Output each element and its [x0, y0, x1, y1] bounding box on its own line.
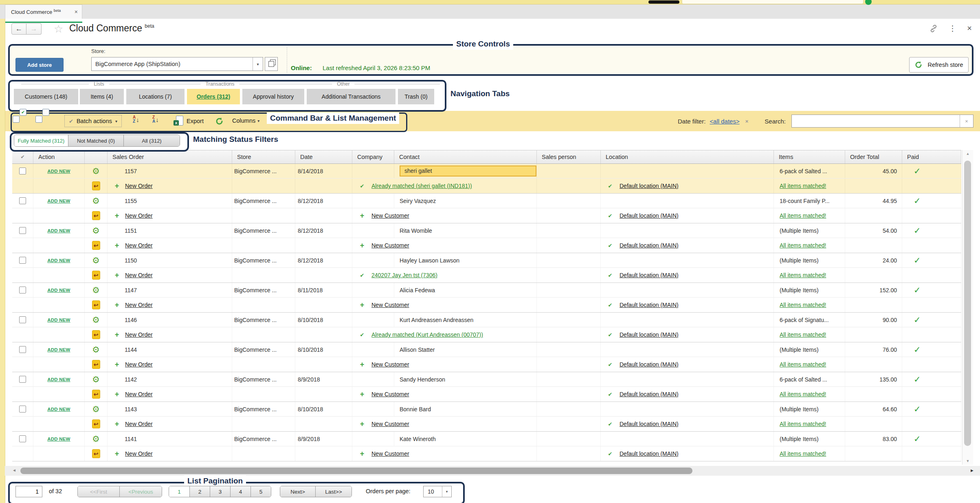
header-sales-person[interactable]: Sales person	[537, 150, 601, 163]
add-new-link[interactable]: ADD NEW	[47, 288, 70, 293]
add-new-link[interactable]: ADD NEW	[47, 407, 70, 412]
location-link[interactable]: Default location (MAIN)	[620, 421, 679, 427]
window-close-icon[interactable]: ×	[967, 24, 972, 33]
header-date[interactable]: Date	[295, 150, 352, 163]
order-main-row[interactable]: ADD NEW ⚙ 1141 BigCommerce ... 8/9/2018 …	[12, 432, 961, 446]
add-new-link[interactable]: ADD NEW	[47, 169, 70, 174]
store-select-caret-icon[interactable]: ▾	[253, 57, 263, 71]
refresh-store-button[interactable]: Refresh store	[909, 57, 969, 73]
match-pending-icon[interactable]: ↩	[92, 241, 100, 250]
location-link[interactable]: Default location (MAIN)	[620, 391, 679, 397]
items-matched-link[interactable]: All items matched!	[780, 421, 826, 427]
previous-page-button[interactable]: <Previous	[119, 486, 162, 497]
location-link[interactable]: Default location (MAIN)	[620, 331, 679, 338]
new-order-link[interactable]: New Order	[125, 302, 153, 308]
vertical-scrollbar[interactable]: ▲ ▼	[962, 150, 973, 465]
header-check-icon[interactable]: ✔	[12, 150, 33, 163]
items-matched-link[interactable]: All items matched!	[780, 361, 826, 368]
gear-icon[interactable]: ⚙	[92, 167, 100, 175]
match-pending-icon[interactable]: ↩	[92, 271, 100, 280]
batch-actions-button[interactable]: ✔ Batch actions ▾	[64, 115, 122, 127]
row-checkbox[interactable]	[19, 406, 26, 413]
favorite-star-icon[interactable]: ☆	[54, 23, 63, 35]
new-order-link[interactable]: New Order	[125, 212, 153, 219]
gear-icon[interactable]: ⚙	[92, 375, 100, 384]
back-button[interactable]: ←	[11, 23, 26, 35]
orders-per-page-select[interactable]: 10 ▾	[423, 486, 452, 497]
page-button-2[interactable]: 2	[189, 486, 210, 497]
location-link[interactable]: Default location (MAIN)	[620, 450, 679, 457]
customer-matched-link[interactable]: Already matched (Kurt Andreassen (00707)…	[371, 331, 483, 338]
new-customer-link[interactable]: New Customer	[371, 361, 409, 368]
order-main-row[interactable]: ADD NEW ⚙ 1150 BigCommerce ... 8/12/2018…	[12, 253, 961, 268]
match-pending-icon[interactable]: ↩	[92, 360, 100, 369]
next-page-button[interactable]: Next>	[280, 486, 315, 497]
header-sales-order[interactable]: Sales Order	[108, 150, 232, 163]
new-order-link[interactable]: New Order	[125, 450, 153, 457]
row-checkbox[interactable]	[19, 168, 26, 174]
location-link[interactable]: Default location (MAIN)	[620, 212, 679, 219]
store-select[interactable]: BigCommerce App (ShipStation) ▾	[91, 57, 263, 71]
date-filter-link[interactable]: <all dates>	[710, 118, 739, 125]
order-main-row[interactable]: ADD NEW ⚙ 1144 BigCommerce ... 8/10/2018…	[12, 342, 961, 357]
items-matched-link[interactable]: All items matched!	[780, 242, 826, 249]
gear-icon[interactable]: ⚙	[92, 286, 100, 294]
filter-not-matched-0[interactable]: Not Matched (0)	[68, 135, 123, 146]
horizontal-scrollbar-thumb[interactable]	[20, 468, 692, 474]
add-store-button[interactable]: Add store	[15, 58, 64, 72]
gear-icon[interactable]: ⚙	[92, 256, 100, 265]
gear-icon[interactable]: ⚙	[92, 405, 100, 413]
new-order-link[interactable]: New Order	[125, 421, 153, 427]
new-customer-link[interactable]: New Customer	[371, 242, 409, 249]
header-location[interactable]: Location	[601, 150, 774, 163]
match-pending-icon[interactable]: ↩	[92, 300, 100, 309]
add-new-link[interactable]: ADD NEW	[47, 228, 70, 233]
gear-icon[interactable]: ⚙	[92, 345, 100, 354]
new-customer-link[interactable]: New Customer	[371, 421, 409, 427]
row-checkbox[interactable]	[19, 257, 26, 264]
row-checkbox[interactable]	[19, 287, 26, 293]
search-input[interactable]	[792, 115, 960, 127]
order-main-row[interactable]: ADD NEW ⚙ 1151 BigCommerce ... 8/12/2018…	[12, 223, 961, 238]
add-new-link[interactable]: ADD NEW	[47, 377, 70, 382]
date-filter-clear-icon[interactable]: ×	[745, 118, 749, 124]
items-matched-link[interactable]: All items matched!	[780, 272, 826, 278]
row-checkbox[interactable]	[19, 227, 26, 234]
row-checkbox[interactable]	[19, 316, 26, 323]
location-link[interactable]: Default location (MAIN)	[620, 302, 679, 308]
app-tab[interactable]: Cloud Commerce beta ×	[5, 4, 82, 19]
location-link[interactable]: Default location (MAIN)	[620, 361, 679, 368]
match-pending-icon[interactable]: ↩	[92, 390, 100, 399]
add-new-link[interactable]: ADD NEW	[47, 347, 70, 352]
nav-tab-approval-history[interactable]: Approval history	[242, 89, 304, 104]
header-paid[interactable]: Paid	[902, 150, 961, 163]
items-matched-link[interactable]: All items matched!	[780, 302, 826, 308]
sort-descending-button[interactable]: ZA ↓	[152, 115, 159, 124]
add-new-link[interactable]: ADD NEW	[47, 258, 70, 263]
row-checkbox[interactable]	[19, 435, 26, 442]
nav-tab-items-4[interactable]: Items (4)	[80, 89, 124, 104]
new-order-link[interactable]: New Order	[125, 391, 153, 397]
match-pending-icon[interactable]: ↩	[92, 211, 100, 220]
first-page-button[interactable]: <<First	[78, 486, 119, 497]
columns-button[interactable]: Columns ▾	[232, 117, 259, 124]
order-main-row[interactable]: ADD NEW ⚙ 1147 BigCommerce ... 8/11/2018…	[12, 283, 961, 298]
page-number-input[interactable]	[15, 486, 42, 497]
items-matched-link[interactable]: All items matched!	[780, 450, 826, 457]
gear-icon[interactable]: ⚙	[92, 435, 100, 443]
new-order-link[interactable]: New Order	[125, 242, 153, 249]
order-main-row[interactable]: ADD NEW ⚙ 1157 BigCommerce ... 8/14/2018…	[12, 164, 961, 179]
gear-icon[interactable]: ⚙	[92, 196, 100, 205]
match-pending-icon[interactable]: ↩	[92, 449, 100, 458]
filter-fully-matched-312[interactable]: Fully Matched (312)	[14, 135, 68, 146]
add-new-link[interactable]: ADD NEW	[47, 437, 70, 441]
menu-kebab-icon[interactable]: ⋮	[949, 24, 956, 33]
location-link[interactable]: Default location (MAIN)	[620, 272, 679, 278]
new-customer-link[interactable]: New Customer	[371, 450, 409, 457]
items-matched-link[interactable]: All items matched!	[780, 391, 826, 397]
page-button-3[interactable]: 3	[210, 486, 230, 497]
sort-ascending-button[interactable]: AZ ↓	[133, 115, 139, 124]
last-page-button[interactable]: Last>>	[315, 486, 352, 497]
row-checkbox[interactable]	[19, 346, 26, 353]
new-customer-link[interactable]: New Customer	[371, 212, 409, 219]
